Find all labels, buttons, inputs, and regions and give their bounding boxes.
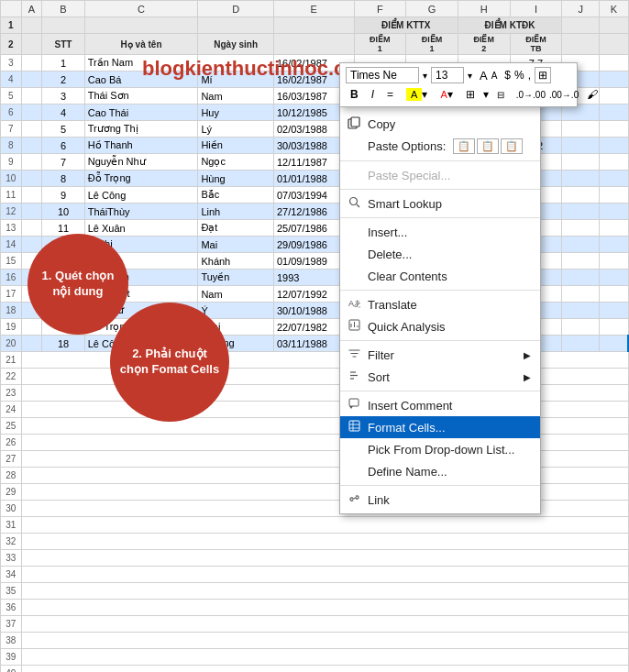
col-header-row: A B C D E F G H I J K bbox=[1, 1, 629, 17]
font-name-arrow[interactable]: ▾ bbox=[423, 71, 427, 81]
cell-diemkttx[interactable]: ĐIỂM KTTX bbox=[354, 17, 458, 34]
col-head-j[interactable]: J bbox=[562, 1, 600, 17]
col-head-k[interactable]: K bbox=[600, 1, 628, 17]
sort-arrow: ▶ bbox=[524, 372, 531, 382]
separator-4 bbox=[340, 290, 540, 291]
cell-1a[interactable] bbox=[21, 17, 42, 34]
delete-menu-item[interactable]: Delete... bbox=[340, 243, 540, 265]
font-size-grow[interactable]: A bbox=[480, 69, 488, 83]
col-head-a[interactable]: A bbox=[21, 1, 42, 17]
cell-d2[interactable]: ĐIỂM2 bbox=[458, 34, 510, 55]
col-head-c[interactable]: C bbox=[84, 1, 198, 17]
cell-d1a[interactable]: ĐIỂM1 bbox=[354, 34, 406, 55]
smart-lookup-menu-item[interactable]: Smart Lookup bbox=[340, 193, 540, 215]
table-row: 35 bbox=[1, 583, 629, 600]
col-head-e[interactable]: E bbox=[273, 1, 354, 17]
paste-btn-1[interactable]: 📋 bbox=[453, 138, 475, 154]
table-icon[interactable]: ⊞ bbox=[535, 67, 551, 83]
percent-icon[interactable]: % bbox=[514, 69, 524, 82]
cell-1c[interactable] bbox=[84, 17, 198, 34]
paste-btn-3[interactable]: 📋 bbox=[501, 138, 523, 154]
cell-3b[interactable]: 1 bbox=[42, 55, 84, 72]
italic-button[interactable]: I bbox=[367, 86, 379, 103]
font-name-field[interactable]: Times Ne bbox=[346, 67, 419, 83]
font-size-shrink[interactable]: A bbox=[491, 71, 498, 81]
merge-button[interactable]: ⊟ bbox=[492, 88, 509, 102]
mini-toolbar: Times Ne ▾ 13 ▾ A A $ % , ⊞ B I = A▾ A▾ … bbox=[339, 62, 578, 107]
translate-label: Translate bbox=[368, 298, 417, 312]
format-painter[interactable]: 🖌 bbox=[582, 86, 602, 103]
cell-2j[interactable] bbox=[562, 34, 600, 55]
sort-menu-item[interactable]: Sort ▶ bbox=[340, 366, 540, 388]
cell-stt[interactable]: STT bbox=[42, 34, 84, 55]
translate-menu-item[interactable]: Aあ Translate bbox=[340, 293, 540, 315]
copy-label: Copy bbox=[368, 117, 395, 131]
col-head-f[interactable]: F bbox=[354, 1, 406, 17]
underline-button[interactable]: = bbox=[382, 86, 398, 103]
insert-comment-icon bbox=[346, 398, 362, 413]
cell-1b[interactable] bbox=[42, 17, 84, 34]
decimal-dec[interactable]: .00→.0 bbox=[549, 90, 579, 100]
insert-comment-menu-item[interactable]: Insert Comment bbox=[340, 394, 540, 416]
cell-hoten[interactable]: Họ và tên bbox=[84, 34, 198, 55]
filter-menu-item[interactable]: Filter ▶ bbox=[340, 344, 540, 366]
font-color-button[interactable]: A▾ bbox=[436, 86, 457, 103]
quick-analysis-label: Quick Analysis bbox=[368, 320, 446, 334]
cell-diemktdk[interactable]: ĐIỂM KTĐK bbox=[458, 17, 561, 34]
cell-dtb-head[interactable]: ĐIỂMTB bbox=[510, 34, 562, 55]
font-size-arrow[interactable]: ▾ bbox=[468, 71, 472, 81]
separator-7 bbox=[340, 485, 540, 486]
col-head-h[interactable]: H bbox=[458, 1, 510, 17]
link-menu-item[interactable]: Link bbox=[340, 489, 540, 511]
col-head-d[interactable]: D bbox=[198, 1, 273, 17]
paste-special-label: Paste Special... bbox=[368, 169, 450, 182]
comma-icon[interactable]: , bbox=[528, 69, 531, 82]
cell-1j[interactable] bbox=[562, 17, 600, 34]
bold-button[interactable]: B bbox=[346, 86, 363, 103]
cell-2e[interactable] bbox=[273, 34, 354, 55]
smart-lookup-label: Smart Lookup bbox=[368, 197, 442, 211]
define-name-menu-item[interactable]: Define Name... bbox=[340, 460, 540, 482]
highlight-color-button[interactable]: A▾ bbox=[402, 86, 432, 103]
bubble-2-text: 2. Phải chuột chọn Fomat Cells bbox=[119, 347, 220, 378]
delete-label: Delete... bbox=[368, 248, 412, 261]
paste-options-label: Paste Options: bbox=[368, 139, 446, 153]
corner-cell bbox=[1, 1, 22, 17]
svg-rect-13 bbox=[349, 421, 359, 431]
cell-2a[interactable] bbox=[21, 34, 42, 55]
clear-label: Clear Contents bbox=[368, 270, 447, 283]
clear-contents-menu-item[interactable]: Clear Contents bbox=[340, 265, 540, 287]
cell-1d[interactable] bbox=[198, 17, 273, 34]
insert-menu-item[interactable]: Insert... bbox=[340, 221, 540, 243]
col-head-g[interactable]: G bbox=[406, 1, 458, 17]
cell-3k[interactable] bbox=[600, 55, 628, 72]
col-head-i[interactable]: I bbox=[510, 1, 562, 17]
format-cells-menu-item[interactable]: Format Cells... bbox=[340, 416, 540, 438]
table-row: 34 bbox=[1, 567, 629, 583]
border-button[interactable]: ⊞ bbox=[461, 86, 480, 103]
table-row: 37 bbox=[1, 616, 629, 633]
svg-rect-1 bbox=[351, 117, 359, 127]
col-head-b[interactable]: B bbox=[42, 1, 84, 17]
table-row: 36 bbox=[1, 600, 629, 616]
filter-icon bbox=[346, 347, 362, 362]
pick-dropdown-menu-item[interactable]: Pick From Drop-down List... bbox=[340, 438, 540, 460]
cell-ngaysinh[interactable]: Ngày sinh bbox=[198, 34, 273, 55]
cell-2k[interactable] bbox=[600, 34, 628, 55]
font-size-field[interactable]: 13 bbox=[431, 67, 464, 83]
cell-1k[interactable] bbox=[600, 17, 628, 34]
cell-3a[interactable] bbox=[21, 55, 42, 72]
currency-icon[interactable]: $ bbox=[504, 69, 511, 82]
quick-analysis-menu-item[interactable]: Quick Analysis bbox=[340, 315, 540, 337]
cell-1e[interactable] bbox=[273, 17, 354, 34]
cell-d1b[interactable]: ĐIỂM1 bbox=[406, 34, 458, 55]
format-cells-icon bbox=[346, 420, 362, 435]
paste-btn-2[interactable]: 📋 bbox=[477, 138, 499, 154]
decimal-inc[interactable]: .0→.00 bbox=[516, 90, 546, 100]
paste-special-menu-item[interactable]: Paste Special... bbox=[340, 164, 540, 186]
copy-menu-item[interactable]: Copy bbox=[340, 113, 540, 135]
table-row: 39 bbox=[1, 649, 629, 666]
bubble-1: 1. Quét chọn nội dung bbox=[28, 234, 128, 335]
separator-5 bbox=[340, 340, 540, 341]
pick-dropdown-label: Pick From Drop-down List... bbox=[368, 443, 514, 457]
